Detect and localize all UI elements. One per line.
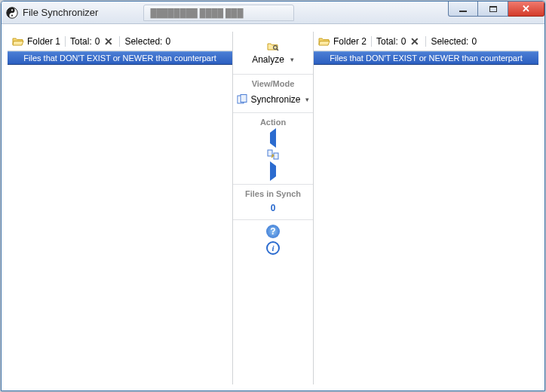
left-selected-value: 0 [165, 36, 170, 47]
viewmode-section: View/Mode Synchronize ▾ [233, 75, 313, 113]
triangle-right-icon [270, 166, 276, 176]
content-area: Folder 1 Total: 0 ✕ Selected: 0 Files th… [8, 32, 538, 384]
analyze-section: Analyze ▾ [233, 32, 313, 75]
svg-rect-6 [241, 95, 247, 103]
triangle-left-icon [270, 133, 276, 143]
synchronize-label: Synchronize [250, 94, 300, 105]
window-title: File Synchronizer [23, 7, 98, 18]
x-icon[interactable]: ✕ [409, 35, 421, 47]
right-selected-value: 0 [471, 36, 477, 47]
synchronize-mode-button[interactable]: Synchronize ▾ [234, 93, 311, 106]
yin-yang-icon [6, 7, 18, 19]
maximize-button[interactable] [478, 2, 508, 17]
minimize-button[interactable] [448, 2, 478, 17]
viewmode-label: View/Mode [252, 79, 295, 88]
folder-search-icon [267, 41, 279, 53]
divider [371, 36, 372, 47]
right-selected-label: Selected: [431, 36, 468, 47]
left-total-value: 0 [95, 36, 100, 47]
background-tab-label: ████████ ████ ███ [150, 8, 243, 17]
folder-open-icon[interactable] [12, 35, 24, 47]
chevron-down-icon: ▾ [305, 96, 309, 103]
divider [425, 36, 426, 47]
svg-rect-8 [274, 153, 278, 159]
right-bluebar: Files that DON'T EXIST or NEWER than cou… [314, 51, 538, 65]
files-in-synch-value: 0 [271, 203, 276, 213]
copy-left-button[interactable] [266, 131, 280, 145]
files-in-synch-section: Files in Synch 0 [233, 185, 313, 220]
pages-swap-icon [267, 149, 279, 161]
svg-line-4 [277, 49, 278, 51]
left-selected-label: Selected: [124, 36, 162, 47]
window-controls: ✕ [448, 2, 544, 17]
folder-open-icon[interactable] [318, 35, 330, 47]
sync-both-button[interactable] [266, 148, 280, 161]
right-panel: Folder 2 Total: 0 ✕ Selected: 0 Files th… [313, 32, 538, 384]
close-button[interactable]: ✕ [508, 2, 544, 17]
left-folder-label: Folder 1 [27, 36, 60, 47]
title-left: File Synchronizer [6, 7, 98, 19]
left-panel: Folder 1 Total: 0 ✕ Selected: 0 Files th… [8, 32, 233, 384]
divider [119, 36, 120, 47]
close-icon: ✕ [522, 3, 530, 14]
title-bar: File Synchronizer ████████ ████ ███ ✕ [2, 2, 544, 24]
help-section: ? i [233, 220, 313, 261]
right-file-list[interactable] [314, 65, 538, 384]
analyze-label: Analyze [252, 54, 284, 65]
help-icon: ? [270, 226, 275, 237]
action-label: Action [260, 118, 286, 127]
action-section: Action [233, 113, 313, 185]
background-tab[interactable]: ████████ ████ ███ [143, 5, 294, 21]
minimize-icon [459, 11, 467, 12]
left-panel-header: Folder 1 Total: 0 ✕ Selected: 0 [8, 32, 232, 51]
svg-point-2 [11, 14, 13, 16]
maximize-icon [489, 6, 497, 12]
chevron-down-icon: ▾ [290, 56, 294, 63]
app-window: File Synchronizer ████████ ████ ███ ✕ Fo… [1, 1, 545, 391]
left-bluebar-text: Files that DON'T EXIST or NEWER than cou… [23, 54, 216, 63]
x-icon[interactable]: ✕ [103, 35, 115, 47]
left-file-list[interactable] [8, 65, 232, 384]
left-total-label: Total: [70, 36, 92, 47]
right-folder-label: Folder 2 [333, 36, 367, 47]
right-panel-header: Folder 2 Total: 0 ✕ Selected: 0 [314, 32, 538, 51]
copy-right-button[interactable] [266, 164, 280, 178]
right-total-label: Total: [376, 36, 398, 47]
pages-icon [237, 94, 247, 105]
help-button[interactable]: ? [266, 225, 280, 238]
info-button[interactable]: i [266, 241, 280, 255]
info-icon: i [271, 243, 274, 253]
left-bluebar: Files that DON'T EXIST or NEWER than cou… [8, 51, 232, 65]
right-total-value: 0 [401, 36, 406, 47]
svg-rect-7 [268, 150, 272, 156]
divider [65, 36, 66, 47]
middle-panel: Analyze ▾ View/Mode Synchronize ▾ Action [233, 32, 313, 384]
analyze-button[interactable]: Analyze ▾ [233, 36, 313, 68]
files-in-synch-label: Files in Synch [245, 189, 301, 198]
right-bluebar-text: Files that DON'T EXIST or NEWER than cou… [330, 54, 522, 63]
svg-point-1 [11, 9, 13, 11]
